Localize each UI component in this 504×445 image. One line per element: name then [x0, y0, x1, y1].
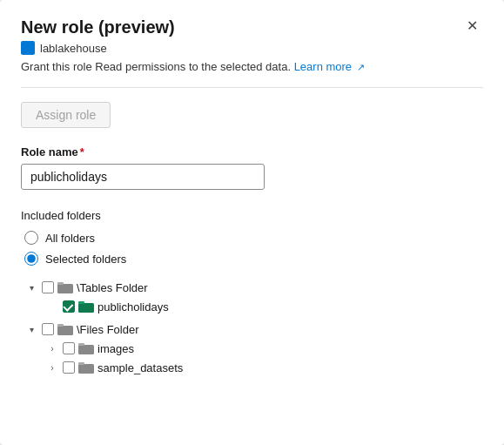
radio-selected-folders-input[interactable] — [24, 252, 38, 266]
svg-rect-10 — [78, 362, 84, 365]
svg-rect-5 — [57, 326, 73, 335]
workspace-icon — [21, 41, 35, 55]
description-text: Grant this role Read permissions to the … — [21, 60, 483, 73]
checkbox-images[interactable] — [63, 342, 75, 354]
assign-role-button[interactable]: Assign role — [21, 102, 111, 128]
role-name-field: Role name* — [21, 145, 483, 204]
chevron-sample-datasets[interactable]: › — [45, 361, 59, 374]
checkbox-publicholidays[interactable] — [63, 300, 75, 313]
svg-rect-3 — [78, 303, 94, 313]
tree-item-images: › images — [45, 339, 483, 358]
dialog-title: New role (preview) — [21, 17, 175, 37]
close-button[interactable]: ✕ — [461, 17, 483, 35]
svg-rect-9 — [78, 364, 94, 374]
checkbox-files-folder[interactable] — [42, 323, 54, 335]
images-label: images — [97, 342, 134, 355]
chevron-images[interactable]: › — [45, 341, 59, 355]
radio-all-folders-input[interactable] — [24, 231, 38, 245]
dialog-header: New role (preview) ✕ — [21, 17, 483, 37]
divider — [21, 87, 483, 88]
folder-icon-publicholidays — [78, 300, 94, 313]
folder-tree: ▾ \Tables Folder — [24, 278, 483, 377]
chevron-files-folder[interactable]: ▾ — [24, 322, 38, 336]
checkbox-sample-datasets[interactable] — [63, 361, 75, 374]
svg-rect-4 — [78, 301, 84, 304]
publicholidays-label: publicholidays — [97, 300, 169, 314]
workspace-name: lablakehouse — [40, 42, 107, 55]
tree-item-sample-datasets: › sample_datasets — [45, 358, 483, 377]
chevron-placeholder-ph — [45, 300, 59, 314]
folder-icon-tables — [57, 281, 73, 293]
radio-all-folders[interactable]: All folders — [24, 231, 483, 245]
svg-rect-8 — [78, 343, 84, 346]
tree-item-files-folder: ▾ \Files Folder — [24, 320, 483, 339]
chevron-tables-folder[interactable]: ▾ — [24, 280, 38, 294]
radio-selected-folders[interactable]: Selected folders — [24, 252, 483, 266]
folder-icon-images — [78, 342, 94, 354]
role-name-label: Role name* — [21, 145, 483, 158]
tree-children-files: › images › — [45, 339, 483, 377]
included-folders-label: Included folders — [21, 209, 483, 222]
external-link-icon: ↗ — [357, 62, 365, 73]
sample-datasets-label: sample_datasets — [97, 361, 183, 374]
tree-item-publicholidays: publicholidays — [45, 297, 483, 316]
new-role-dialog: New role (preview) ✕ lablakehouse Grant … — [0, 0, 504, 445]
svg-rect-7 — [78, 345, 94, 354]
learn-more-link[interactable]: Learn more ↗ — [294, 60, 365, 73]
folder-icon-sample-datasets — [78, 361, 94, 374]
svg-rect-2 — [57, 282, 64, 285]
tree-children-tables: publicholidays — [45, 297, 483, 316]
checkbox-tables-folder[interactable] — [42, 281, 54, 293]
files-folder-label: \Files Folder — [77, 323, 139, 336]
tree-item-tables-folder: ▾ \Tables Folder — [24, 278, 483, 297]
workspace-row: lablakehouse — [21, 41, 483, 55]
tables-folder-label: \Tables Folder — [77, 281, 148, 294]
folder-icon-files — [57, 323, 73, 335]
svg-rect-6 — [57, 324, 64, 327]
role-name-input[interactable] — [21, 164, 265, 190]
radio-group: All folders Selected folders — [24, 231, 483, 266]
